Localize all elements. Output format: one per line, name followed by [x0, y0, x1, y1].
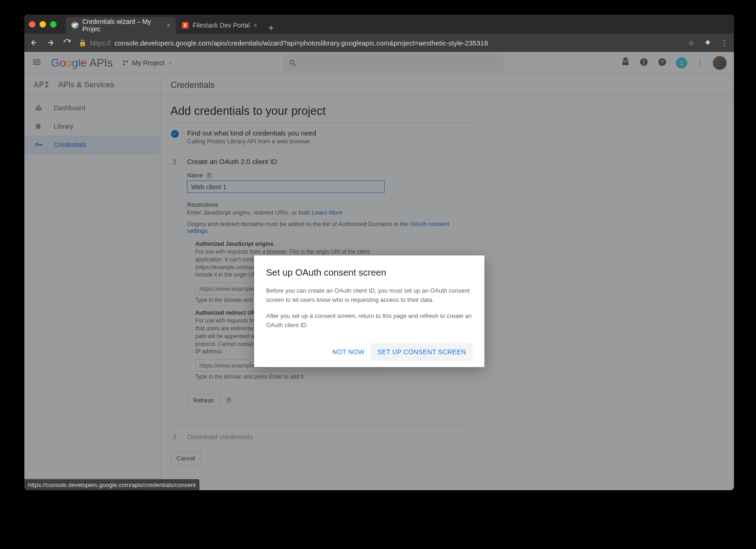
maximize-window[interactable]: [50, 21, 57, 28]
url-field[interactable]: 🔒 https://console.developers.google.com/…: [79, 39, 680, 47]
tab-inactive[interactable]: Filestack Dev Portal ×: [176, 17, 263, 34]
tab-active[interactable]: Credentials wizard – My Projec ×: [66, 17, 176, 34]
not-now-button[interactable]: NOT NOW: [326, 343, 371, 361]
tab-close-icon[interactable]: ×: [167, 22, 171, 29]
favicon-filestack: [182, 22, 189, 29]
lock-icon: 🔒: [79, 39, 86, 46]
favicon-google: [71, 22, 79, 29]
setup-consent-button[interactable]: SET UP CONSENT SCREEN: [371, 343, 472, 361]
modal-p2: After you set up a consent screen, retur…: [266, 311, 472, 329]
minimize-window[interactable]: [40, 21, 46, 28]
modal-title: Set up OAuth consent screen: [266, 267, 472, 278]
tab-title: Filestack Dev Portal: [193, 22, 250, 29]
menu-icon[interactable]: ⋮: [719, 38, 729, 48]
tab-close-icon[interactable]: ×: [253, 22, 257, 29]
new-tab-button[interactable]: +: [263, 23, 279, 34]
window-controls: [29, 21, 57, 28]
star-icon[interactable]: ☆: [686, 38, 696, 48]
close-window[interactable]: [29, 21, 35, 28]
browser-tabs: Credentials wizard – My Projec × Filesta…: [66, 15, 279, 34]
app-viewport: Google APIs My Project ? 1 ⋮: [24, 52, 734, 490]
status-bar: https://console.developers.google.com/ap…: [24, 479, 199, 490]
browser-titlebar: Credentials wizard – My Projec × Filesta…: [24, 15, 734, 34]
tab-title: Credentials wizard – My Projec: [82, 18, 163, 33]
extensions-icon[interactable]: [703, 38, 713, 48]
back-icon[interactable]: [29, 38, 39, 48]
forward-icon[interactable]: [45, 38, 56, 48]
consent-modal: Set up OAuth consent screen Before you c…: [254, 255, 484, 367]
address-bar: 🔒 https://console.developers.google.com/…: [24, 34, 734, 52]
url-prefix: https://: [90, 39, 111, 47]
modal-p1: Before you can create an OAuth client ID…: [266, 286, 472, 304]
reload-icon[interactable]: [62, 38, 72, 48]
url-text: console.developers.google.com/apis/crede…: [114, 39, 488, 47]
